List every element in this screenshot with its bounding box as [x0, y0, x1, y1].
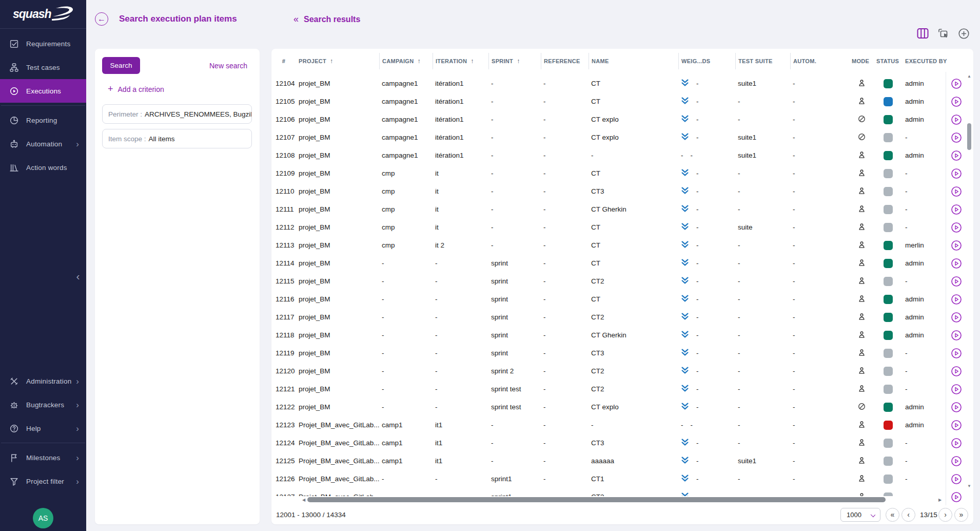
table-row[interactable]: 12114projet_BM--sprint-CT---admin — [271, 254, 943, 272]
run-execution-button[interactable] — [951, 384, 962, 395]
horizontal-scrollbar[interactable]: ◀ ▶ — [301, 496, 943, 504]
previous-page-button[interactable]: ‹ — [901, 508, 915, 522]
sidebar-item-test-cases[interactable]: Test cases — [0, 55, 86, 79]
run-execution-button[interactable] — [951, 240, 962, 251]
run-execution-button[interactable] — [951, 402, 962, 413]
run-execution-button[interactable] — [951, 132, 962, 143]
last-page-button[interactable]: » — [954, 508, 968, 522]
horizontal-scrollbar-thumb[interactable] — [307, 497, 886, 502]
run-execution-button[interactable] — [951, 204, 962, 215]
table-row[interactable]: 12115projet_BM--sprint-CT2---- — [271, 272, 943, 290]
run-execution-button[interactable] — [951, 222, 962, 233]
run-execution-button[interactable] — [951, 258, 962, 269]
column-header--[interactable]: # — [271, 53, 296, 69]
run-execution-button[interactable] — [951, 168, 962, 179]
column-header-campaign[interactable]: CAMPAIGN↑ — [379, 53, 433, 69]
run-execution-button[interactable] — [951, 78, 962, 89]
run-execution-button[interactable] — [951, 491, 962, 503]
sidebar-item-administration[interactable]: Administration› — [0, 369, 86, 393]
vertical-scrollbar[interactable]: ▲ ▼ — [966, 72, 973, 505]
first-page-button[interactable]: « — [886, 508, 899, 522]
table-row[interactable]: 12110projet_BMcmpit--CT3---- — [271, 182, 943, 200]
scroll-up-icon[interactable]: ▲ — [966, 73, 973, 80]
sidebar-item-action-words[interactable]: Action words — [0, 156, 86, 179]
sidebar-item-milestones[interactable]: Milestones› — [0, 446, 86, 469]
table-row[interactable]: 12108projet_BMcampagne1itération1-----su… — [271, 146, 943, 164]
scroll-right-icon[interactable]: ▶ — [937, 496, 943, 504]
table-row[interactable]: 12104projet_BMcampagne1itération1--CT-su… — [271, 74, 943, 92]
scroll-down-icon[interactable]: ▼ — [966, 483, 973, 490]
table-row[interactable]: 12113projet_BMcmpit 2--CT---merlin — [271, 236, 943, 254]
sidebar-item-help[interactable]: Help› — [0, 416, 86, 440]
run-execution-button[interactable] — [951, 420, 962, 431]
search-button[interactable]: Search — [102, 57, 140, 74]
next-page-button[interactable]: › — [938, 508, 952, 522]
table-row[interactable]: 12118projet_BM--sprint-CT Gherkin---admi… — [271, 326, 943, 344]
table-row[interactable]: 12105projet_BMcampagne1itération1--CT---… — [271, 92, 943, 110]
run-execution-button[interactable] — [951, 114, 962, 125]
criterion-chip[interactable]: Perimeter :ARCHIVES_RENOMMEES, Bugzilla.… — [102, 104, 252, 124]
run-execution-button[interactable] — [951, 348, 962, 359]
add-icon[interactable] — [957, 27, 970, 40]
column-header-weig-ds[interactable]: WEIG...DS — [678, 53, 735, 69]
run-execution-button[interactable] — [951, 366, 962, 377]
run-execution-button[interactable] — [951, 438, 962, 449]
page-size-select[interactable]: 1000 — [840, 508, 880, 522]
table-row[interactable]: 12127Projet_BM_avec_GitLab...--sprint1-C… — [271, 488, 943, 496]
run-execution-button[interactable] — [951, 312, 962, 323]
cell-value: - — [793, 259, 795, 267]
column-header-test-suite[interactable]: TEST SUITE — [735, 53, 790, 69]
column-header-project[interactable]: PROJECT↑ — [296, 53, 379, 69]
cell-value: admin — [905, 403, 924, 411]
column-header-status[interactable]: STATUS — [874, 53, 903, 69]
vertical-scrollbar-thumb[interactable] — [967, 123, 971, 150]
column-header-iteration[interactable]: ITERATION↑ — [433, 53, 488, 69]
scroll-left-icon[interactable]: ◀ — [301, 496, 307, 504]
run-execution-button[interactable] — [951, 294, 962, 305]
table-row[interactable]: 12109projet_BMcmpit--CT---- — [271, 164, 943, 182]
sidebar-item-project-filter[interactable]: Project filter› — [0, 469, 86, 493]
table-row[interactable]: 12107projet_BMcampagne1itération1--CT ex… — [271, 128, 943, 146]
table-row[interactable]: 12123Projet_BM_avec_GitLab...camp1it1---… — [271, 416, 943, 434]
sidebar-item-reporting[interactable]: Reporting — [0, 108, 86, 132]
table-row[interactable]: 12125Projet_BM_avec_GitLab...camp1it1--a… — [271, 452, 943, 470]
criterion-chip[interactable]: Item scope :All items — [102, 129, 252, 148]
sidebar-item-automation[interactable]: Automation› — [0, 132, 86, 156]
column-header-reference[interactable]: REFERENCE — [541, 53, 589, 69]
table-row[interactable]: 12122projet_BM--sprint test-CT explo---a… — [271, 398, 943, 416]
user-avatar[interactable]: AS — [33, 508, 53, 528]
back-button[interactable]: ← — [95, 12, 108, 26]
table-row[interactable]: 12117projet_BM--sprint-CT2---admin — [271, 308, 943, 326]
column-header-mode[interactable]: MODE — [849, 53, 874, 69]
squash-logo[interactable]: squash — [0, 0, 86, 29]
table-row[interactable]: 12124Projet_BM_avec_GitLab...camp1it1--C… — [271, 434, 943, 452]
new-search-link[interactable]: New search — [209, 62, 247, 70]
sidebar-item-executions[interactable]: Executions — [0, 79, 86, 103]
run-execution-button[interactable] — [951, 150, 962, 161]
table-row[interactable]: 12111projet_BMcmpit--CT Gherkin---- — [271, 200, 943, 218]
table-row[interactable]: 12126Projet_BM_avec_GitLab...--sprint1-C… — [271, 470, 943, 488]
configure-columns-icon[interactable] — [916, 27, 929, 40]
run-execution-button[interactable] — [951, 473, 962, 485]
table-row[interactable]: 12112projet_BMcmpit--CT-suite-- — [271, 218, 943, 236]
sidebar-item-bugtrackers[interactable]: Bugtrackers› — [0, 393, 86, 416]
run-execution-button[interactable] — [951, 276, 962, 287]
table-row[interactable]: 12116projet_BM--sprint-CT---admin — [271, 290, 943, 308]
column-header-executed-by[interactable]: EXECUTED BY — [903, 53, 943, 69]
run-execution-button[interactable] — [951, 456, 962, 467]
run-execution-button[interactable] — [951, 186, 962, 197]
run-execution-button[interactable] — [951, 96, 962, 107]
table-row[interactable]: 12121projet_BM--sprint test-CT2---- — [271, 380, 943, 398]
run-execution-button[interactable] — [951, 330, 962, 341]
column-header-name[interactable]: NAME — [589, 53, 678, 69]
multi-select-icon[interactable] — [937, 27, 949, 40]
table-row[interactable]: 12106projet_BMcampagne1itération1--CT ex… — [271, 110, 943, 128]
column-header-sprint[interactable]: SPRINT↑ — [488, 53, 541, 69]
table-row[interactable]: 12119projet_BM--sprint-CT3---- — [271, 344, 943, 362]
sidebar-collapse-button[interactable]: ‹ — [72, 270, 84, 282]
column-header-autom-[interactable]: AUTOM. — [790, 53, 849, 69]
search-results-link[interactable]: «Search results — [293, 14, 360, 25]
sidebar-item-requirements[interactable]: Requirements — [0, 32, 86, 55]
table-row[interactable]: 12120projet_BM--sprint 2-CT2---- — [271, 362, 943, 380]
add-criterion-button[interactable]: + Add a criterion — [108, 84, 164, 94]
